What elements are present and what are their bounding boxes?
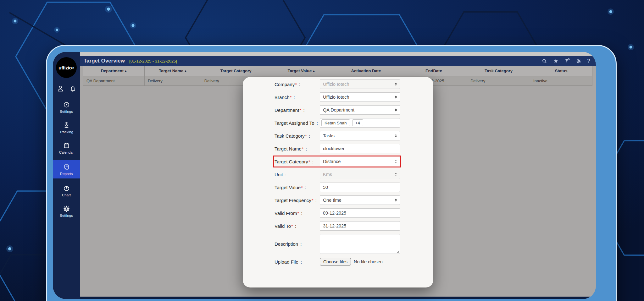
form-row-target-frequency: Target Frequency* : One time <box>275 195 400 205</box>
gauge-icon <box>63 101 70 109</box>
field-label: Target Name* : <box>275 146 320 151</box>
form-row-unit: Unit : Kms <box>275 170 400 179</box>
form-row-description: Description : <box>275 234 400 254</box>
uffizio-logo: uffizio» <box>56 57 77 78</box>
field-label: Valid To* : <box>275 223 320 229</box>
col-header-enddate[interactable]: EndDate <box>400 66 467 76</box>
resize-handle-icon[interactable] <box>396 250 399 253</box>
form-row-target-assigned-to: Target Assigned To : Ketan Shah +4 <box>275 118 400 128</box>
choose-files-button[interactable]: Choose files <box>320 258 351 265</box>
field-label: Department* : <box>275 107 320 113</box>
sidebar-item-chart[interactable]: Chart <box>53 183 80 199</box>
help-icon[interactable]: ? <box>587 58 590 64</box>
user-icon[interactable] <box>56 85 64 93</box>
assignee-more-chip[interactable]: +4 <box>352 119 363 126</box>
form-row-upload-file: Upload File : Choose files No file chose… <box>275 257 400 266</box>
pie-chart-icon <box>63 184 70 192</box>
col-header-activation-date[interactable]: Activation Date <box>332 66 401 76</box>
form-row-department: Department* : QA Department <box>275 105 400 115</box>
sidebar: uffizio» <box>53 52 80 299</box>
field-label: Unit : <box>275 172 320 177</box>
page-header-bar: Target Overview [01-12-2025 - 31-12-2025… <box>80 56 596 66</box>
page-title: Target Overview <box>84 58 125 64</box>
calendar-icon <box>63 142 70 150</box>
form-row-company: Company* : Uffizio Iotech <box>275 79 400 89</box>
file-status-text: No file chosen <box>354 259 383 264</box>
form-row-valid-to: Valid To* : <box>275 221 400 231</box>
gear-icon <box>63 205 70 213</box>
content-top-strip <box>80 52 596 56</box>
form-row-task-category: Task Category* : Tasks <box>275 131 400 140</box>
sidebar-item-reports[interactable]: Reports <box>53 160 80 178</box>
task-category-select[interactable]: Tasks <box>320 131 400 140</box>
date-range-badge: [01-12-2025 - 31-12-2025] <box>129 59 177 63</box>
target-name-input[interactable] <box>320 144 400 153</box>
select-arrows-icon <box>395 199 397 202</box>
description-textarea[interactable] <box>320 234 400 254</box>
report-doc-icon <box>63 163 70 171</box>
search-icon[interactable] <box>541 58 547 64</box>
select-arrows-icon <box>395 160 397 163</box>
form-row-target-value: Target Value* : <box>275 183 400 192</box>
filter-icon[interactable] <box>564 58 570 64</box>
field-label: Target Value* : <box>275 185 320 190</box>
valid-to-input[interactable] <box>320 221 400 231</box>
field-label: Target Frequency* : <box>275 198 320 203</box>
form-row-branch: Branch* : Uffizio Iotech <box>275 92 400 102</box>
star-icon[interactable] <box>553 58 559 64</box>
select-arrows-icon <box>395 108 397 112</box>
app-footer-strip <box>80 297 596 299</box>
upload-file-input[interactable]: Choose files No file chosen <box>320 258 383 265</box>
select-arrows-icon <box>395 173 397 176</box>
target-assigned-to-field[interactable]: Ketan Shah +4 <box>320 118 400 128</box>
col-header-department[interactable]: Department ▴ <box>83 66 145 76</box>
branch-select[interactable]: Uffizio Iotech <box>320 92 400 102</box>
target-form-modal: Company* : Uffizio Iotech Branch* : Uffi… <box>243 77 433 287</box>
select-arrows-icon <box>395 134 397 138</box>
gear-icon[interactable] <box>576 58 582 64</box>
target-frequency-select[interactable]: One time <box>320 195 400 205</box>
col-header-target-name[interactable]: Target Name ▴ <box>145 66 201 76</box>
logo-arrow-icon: » <box>72 65 74 70</box>
field-label: Target Category* : <box>275 159 320 164</box>
col-header-target-value[interactable]: Target Value ▴ <box>271 66 332 76</box>
sidebar-item-settings-2[interactable]: Settings <box>53 203 80 219</box>
valid-from-input[interactable] <box>320 208 400 218</box>
assignee-chip[interactable]: Ketan Shah <box>321 119 350 126</box>
target-category-select[interactable]: Distance <box>320 157 400 166</box>
field-label: Upload File : <box>275 259 320 265</box>
field-label: Branch* : <box>275 95 320 100</box>
col-header-status[interactable]: Status <box>530 66 592 76</box>
field-label: Valid From* : <box>275 211 320 216</box>
col-header-task-category[interactable]: Task Category <box>467 66 530 76</box>
col-header-target-category[interactable]: Target Category <box>201 66 271 76</box>
bell-icon[interactable] <box>69 85 77 93</box>
sidebar-item-tracking[interactable]: Tracking <box>53 119 80 136</box>
location-pin-icon <box>63 121 70 129</box>
table-header-row: Department ▴ Target Name ▴ Target Catego… <box>83 66 592 76</box>
field-label: Target Assigned To : <box>275 120 320 126</box>
unit-select[interactable]: Kms <box>320 170 400 179</box>
department-select[interactable]: QA Department <box>320 105 400 115</box>
form-row-target-category-highlighted: Target Category* : Distance <box>275 157 400 166</box>
field-label: Description : <box>275 241 320 247</box>
field-label: Task Category* : <box>275 133 320 139</box>
select-arrows-icon <box>395 83 397 86</box>
form-row-target-name: Target Name* : <box>275 144 400 153</box>
select-arrows-icon <box>395 96 397 99</box>
company-select[interactable]: Uffizio Iotech <box>320 79 400 89</box>
form-row-valid-from: Valid From* : <box>275 208 400 218</box>
sidebar-item-settings[interactable]: Settings <box>53 99 80 115</box>
target-value-input[interactable] <box>320 183 400 192</box>
sidebar-item-calendar[interactable]: Calendar <box>53 140 80 156</box>
field-label: Company* : <box>275 82 320 87</box>
